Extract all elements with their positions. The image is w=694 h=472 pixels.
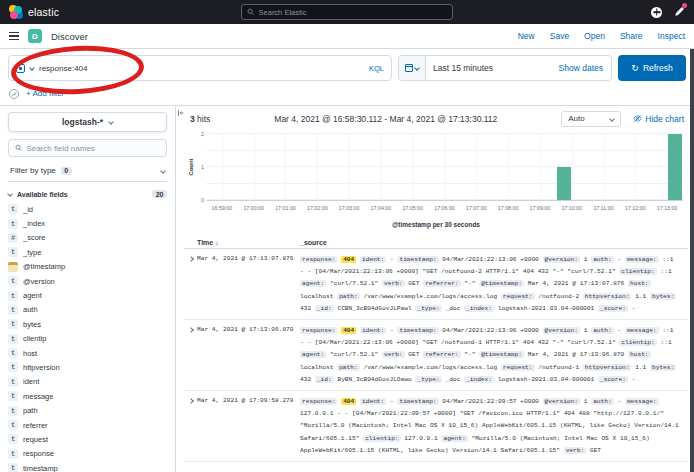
y-tick-label: 0: [197, 197, 204, 203]
field-item-clientip[interactable]: tclientip: [8, 332, 167, 346]
field-item-score[interactable]: #_score: [8, 231, 167, 245]
field-item-timestamp[interactable]: @timestamp: [8, 260, 167, 274]
hide-chart-link[interactable]: Hide chart: [633, 114, 684, 124]
newsfeed-icon[interactable]: [674, 6, 685, 19]
date-quick-select[interactable]: [399, 56, 426, 80]
source-field-value: "-": [464, 280, 475, 287]
sidebar: logstash-* Filter by type 0 Available fi…: [0, 106, 176, 472]
string-field-icon: t: [8, 449, 18, 459]
expand-row-icon[interactable]: [184, 325, 197, 386]
source-field-value: logstash-2021.03.04-000001: [498, 376, 595, 383]
field-name: ident: [23, 377, 39, 386]
available-fields-count-badge: 20: [152, 190, 167, 198]
filter-settings-icon[interactable]: [9, 89, 19, 99]
source-field-value: "curl/7.52.1": [330, 280, 378, 287]
elastic-logo[interactable]: elastic: [9, 5, 59, 19]
field-item-bytes[interactable]: tbytes: [8, 317, 167, 331]
open-button[interactable]: Open: [584, 31, 605, 41]
x-tick-label: 17:03:00: [339, 205, 360, 211]
field-item-timestamp[interactable]: ttimestamp: [8, 461, 167, 472]
global-search-input[interactable]: [259, 8, 447, 17]
new-button[interactable]: New: [518, 31, 535, 41]
field-item-request[interactable]: trequest: [8, 432, 167, 446]
source-field-value: -: [617, 398, 621, 405]
x-tick-label: 17:07:00: [466, 205, 487, 211]
index-pattern-select[interactable]: logstash-*: [8, 112, 167, 132]
field-item-path[interactable]: tpath: [8, 403, 167, 417]
vertical-scrollbar[interactable]: [690, 49, 694, 472]
field-item-httpversion[interactable]: thttpversion: [8, 360, 167, 374]
x-tick-label: 17:10:00: [561, 205, 582, 211]
inspect-button[interactable]: Inspect: [658, 31, 685, 41]
discover-app-badge[interactable]: D: [28, 29, 42, 43]
field-item-host[interactable]: thost: [8, 346, 167, 360]
time-column-header[interactable]: Time ↓: [184, 239, 300, 246]
source-field-name: message:: [625, 256, 659, 263]
source-field-name: response:: [300, 327, 337, 334]
field-item-response[interactable]: tresponse: [8, 447, 167, 461]
eye-slash-icon: [633, 114, 642, 123]
saved-query-icon[interactable]: [16, 64, 25, 73]
histogram-bar[interactable]: [668, 134, 682, 200]
field-item-auth[interactable]: tauth: [8, 303, 167, 317]
available-fields-header[interactable]: Available fields 20: [8, 190, 167, 198]
filter-by-type-button[interactable]: Filter by type 0: [8, 164, 167, 182]
source-field-name: ident:: [360, 398, 386, 405]
field-name: referrer: [23, 421, 48, 430]
source-field-value: 1: [584, 256, 588, 263]
chevron-down-icon[interactable]: [29, 65, 35, 71]
source-field-name: ident:: [360, 327, 386, 334]
source-field-value: 04/Mar/2021:22:09:57 +0000: [442, 398, 539, 405]
help-icon[interactable]: [651, 7, 662, 18]
chevron-down-icon: [160, 168, 166, 174]
x-axis-label: @timestamp per 30 seconds: [184, 221, 688, 228]
source-field-value: -: [617, 327, 621, 334]
source-field-name: clientip:: [619, 268, 656, 275]
histogram-bar[interactable]: [557, 167, 571, 200]
field-item-agent[interactable]: tagent: [8, 288, 167, 302]
source-field-value: GET: [590, 447, 601, 454]
source-field-name: response:: [300, 256, 337, 263]
highlighted-value: 404: [341, 398, 356, 405]
source-field-name: request:: [501, 364, 535, 371]
doc-table: Time ↓ _source Mar 4, 2021 @ 17:13:07.87…: [184, 236, 688, 462]
source-field-name: host:: [628, 351, 651, 358]
field-item-ident[interactable]: tident: [8, 375, 167, 389]
share-button[interactable]: Share: [620, 31, 643, 41]
query-input-box[interactable]: KQL: [8, 55, 392, 81]
refresh-button[interactable]: ↻ Refresh: [618, 55, 686, 81]
field-search-box[interactable]: [8, 139, 167, 157]
source-field-value: /notfound-1: [538, 364, 579, 371]
source-field-value: 432: [300, 376, 311, 383]
global-search-box[interactable]: [241, 4, 453, 20]
field-item-referrer[interactable]: treferrer: [8, 418, 167, 432]
expand-row-icon[interactable]: [184, 396, 197, 457]
string-field-icon: t: [8, 362, 18, 372]
show-dates-link[interactable]: Show dates: [559, 63, 611, 73]
field-item-index[interactable]: t_index: [8, 216, 167, 230]
gridline: [604, 134, 605, 200]
field-item-type[interactable]: t_type: [8, 245, 167, 259]
collapse-sidebar-icon[interactable]: [177, 109, 185, 117]
x-tick-label: 17:09:00: [530, 205, 551, 211]
field-item-version[interactable]: t@version: [8, 274, 167, 288]
source-field-value: /var/www/example.com/logs/access.log: [363, 293, 497, 300]
field-item-message[interactable]: tmessage: [8, 389, 167, 403]
string-field-icon: t: [8, 377, 18, 387]
interval-select[interactable]: Auto: [561, 111, 621, 127]
field-item-id[interactable]: t_id: [8, 202, 167, 216]
time-range-value[interactable]: Last 15 minutes: [426, 63, 500, 73]
notification-dot: [682, 3, 687, 8]
query-input[interactable]: [39, 64, 364, 73]
expand-row-icon[interactable]: [184, 254, 197, 315]
save-button[interactable]: Save: [550, 31, 569, 41]
add-filter-link[interactable]: + Add filter: [26, 89, 64, 98]
menu-icon[interactable]: [9, 32, 19, 40]
source-field-name: host:: [628, 280, 651, 287]
x-tick-label: 17:05:00: [402, 205, 423, 211]
source-field-value: ::1: [660, 339, 671, 346]
source-field-name: @version:: [543, 398, 580, 405]
string-field-icon: t: [8, 319, 18, 329]
field-search-input[interactable]: [26, 144, 160, 153]
query-language-toggle[interactable]: KQL: [369, 64, 384, 73]
